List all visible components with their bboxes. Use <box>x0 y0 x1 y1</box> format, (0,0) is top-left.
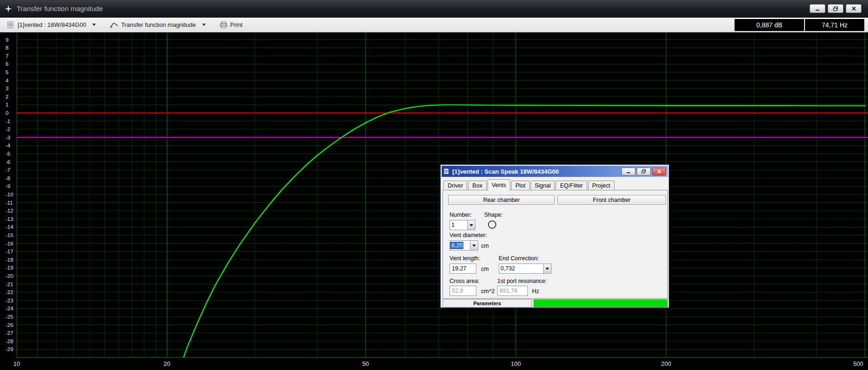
vent-diameter-unit: cm <box>481 243 489 249</box>
transfer-function-plot[interactable]: 9876543210-1-2-3-4-5-6-7-8-9-10-11-12-13… <box>0 32 868 370</box>
port-resonance-unit: Hz <box>532 288 539 295</box>
chevron-down-icon <box>543 264 551 273</box>
dialog-title: [1]vented : Scan Speak 18W/8434G00 <box>452 168 620 175</box>
svg-text:-6: -6 <box>6 159 10 165</box>
curve-icon <box>110 22 118 28</box>
svg-text:100: 100 <box>511 360 521 367</box>
svg-text:-18: -18 <box>6 257 13 263</box>
svg-text:-1: -1 <box>6 119 10 124</box>
minimize-icon <box>626 169 631 174</box>
plot-type-selector[interactable]: Transfer function magnitude <box>110 21 205 28</box>
tab-eq-filter[interactable]: EQ/Filter <box>556 181 587 190</box>
tab-vents[interactable]: Vents <box>488 179 510 190</box>
plot-type-selector-label: Transfer function magnitude <box>121 21 196 28</box>
port-resonance-field: 891,76 <box>497 286 528 296</box>
toolbar: [1]vented : 18W/8434G00 Transfer functio… <box>0 18 868 32</box>
svg-text:-5: -5 <box>6 151 10 157</box>
chevron-down-icon <box>92 24 96 26</box>
chevron-down-icon <box>467 220 475 230</box>
front-chamber-header[interactable]: Front chamber <box>558 195 666 205</box>
dialog-statusbar: Parameters <box>443 299 668 307</box>
tab-plot[interactable]: Plot <box>511 181 530 190</box>
project-selector[interactable]: [1]vented : 18W/8434G00 <box>7 21 96 28</box>
end-correction-select[interactable]: 0,732 <box>499 263 551 274</box>
shape-label: Shape: <box>484 212 503 218</box>
close-button[interactable] <box>846 4 862 13</box>
tab-driver[interactable]: Driver <box>444 181 467 190</box>
close-icon <box>657 169 661 174</box>
dialog-restore-button[interactable] <box>637 168 651 176</box>
parameters-status[interactable]: Parameters <box>443 299 532 307</box>
svg-text:-19: -19 <box>6 265 13 270</box>
window-titlebar[interactable]: Transfer function magnitude <box>0 0 868 18</box>
restore-icon <box>641 169 646 174</box>
dialog-tab-strip: DriverBoxVentsPlotSignalEQ/FilterProject <box>443 179 667 190</box>
vent-diameter-input[interactable]: 8,20 <box>450 240 478 251</box>
svg-text:-29: -29 <box>6 346 13 352</box>
svg-text:-27: -27 <box>6 330 13 336</box>
end-correction-label: End Correction: <box>499 255 539 262</box>
cursor-magnitude-readout: 0,887 dB <box>735 19 804 31</box>
svg-text:-13: -13 <box>6 216 13 222</box>
svg-text:-17: -17 <box>6 249 13 254</box>
svg-text:-16: -16 <box>6 241 13 246</box>
tab-project[interactable]: Project <box>588 181 615 190</box>
vent-shape-circle-icon[interactable] <box>488 220 496 229</box>
svg-text:-15: -15 <box>6 232 13 238</box>
svg-text:-21: -21 <box>6 282 13 287</box>
svg-text:9: 9 <box>6 37 8 43</box>
print-icon <box>220 21 228 28</box>
svg-text:10: 10 <box>13 360 20 367</box>
vent-length-input[interactable]: 19,27 <box>450 263 476 274</box>
vents-tab-panel: Rear chamber Front chamber Number: Shape… <box>443 190 668 299</box>
restore-button[interactable] <box>828 4 843 13</box>
project-dialog[interactable]: [1]vented : Scan Speak 18W/8434G00 Drive… <box>440 164 669 308</box>
project-selector-label: [1]vented : 18W/8434G00 <box>18 21 86 28</box>
svg-text:200: 200 <box>661 360 672 367</box>
chevron-down-icon <box>202 24 206 26</box>
svg-text:5: 5 <box>6 69 8 75</box>
svg-text:500: 500 <box>853 360 863 367</box>
window-controls <box>810 4 862 13</box>
svg-text:2: 2 <box>6 94 8 100</box>
svg-text:6: 6 <box>6 61 8 67</box>
vent-length-unit: cm <box>481 266 489 272</box>
dialog-icon <box>444 168 450 175</box>
svg-text:-22: -22 <box>6 289 13 295</box>
cross-area-unit: cm^2 <box>481 288 494 295</box>
vent-number-select[interactable]: 1 <box>450 220 475 230</box>
svg-text:-9: -9 <box>6 183 10 189</box>
rear-chamber-header[interactable]: Rear chamber <box>448 195 555 205</box>
window-title: Transfer function magnitude <box>17 5 103 13</box>
svg-text:-25: -25 <box>6 314 13 320</box>
svg-text:-14: -14 <box>6 224 13 230</box>
svg-text:-4: -4 <box>6 143 11 148</box>
minimize-button[interactable] <box>810 4 825 13</box>
svg-text:-7: -7 <box>6 167 10 173</box>
vent-diameter-label: Vent diameter: <box>450 232 487 238</box>
svg-text:-26: -26 <box>6 322 13 328</box>
dialog-minimize-button[interactable] <box>621 168 635 176</box>
svg-text:-23: -23 <box>6 298 13 303</box>
svg-text:3: 3 <box>6 86 8 91</box>
print-button[interactable]: Print <box>220 21 243 28</box>
plot-canvas: 9876543210-1-2-3-4-5-6-7-8-9-10-11-12-13… <box>0 32 868 370</box>
svg-text:8: 8 <box>6 45 8 50</box>
cross-area-field: 52,8 <box>450 286 476 296</box>
port-resonance-label: 1st port resonance: <box>497 278 547 284</box>
svg-text:0: 0 <box>6 110 8 116</box>
svg-text:-8: -8 <box>6 176 10 181</box>
minimize-icon <box>815 6 820 11</box>
dialog-close-button[interactable] <box>652 168 666 176</box>
svg-text:-20: -20 <box>6 273 13 279</box>
svg-text:20: 20 <box>164 360 170 367</box>
svg-text:-12: -12 <box>6 208 13 213</box>
dialog-titlebar[interactable]: [1]vented : Scan Speak 18W/8434G00 <box>442 166 668 177</box>
tab-signal[interactable]: Signal <box>531 181 555 190</box>
svg-text:-2: -2 <box>6 126 10 132</box>
number-label: Number: <box>450 212 472 218</box>
close-icon <box>851 6 856 11</box>
tab-box[interactable]: Box <box>468 181 487 190</box>
svg-text:-11: -11 <box>6 200 13 206</box>
project-icon <box>7 21 15 28</box>
